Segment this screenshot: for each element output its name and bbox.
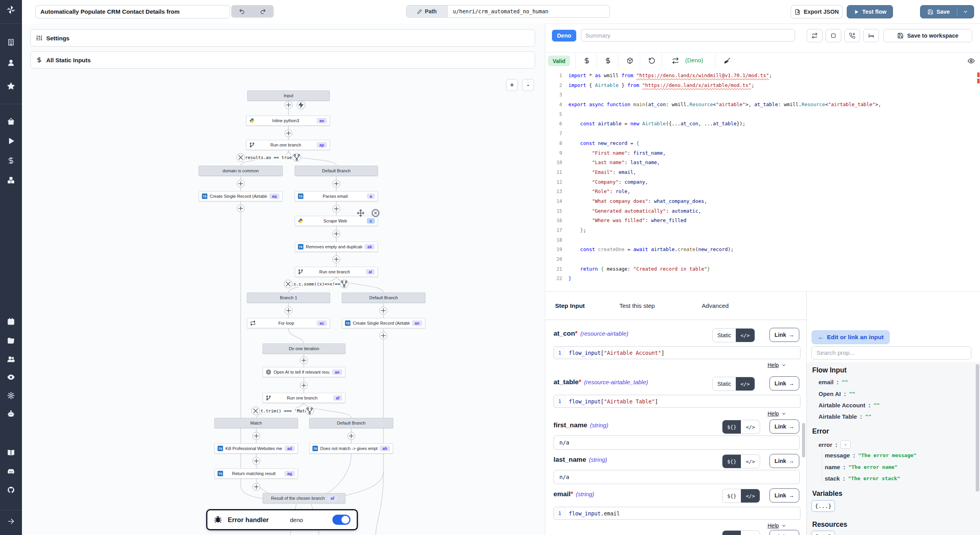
code-editor[interactable]: 1import * as wmill from "https://deno.la… — [546, 69, 980, 293]
add-step-icon[interactable] — [285, 101, 292, 109]
branch-split-icon[interactable] — [292, 153, 301, 162]
close-node-icon[interactable] — [371, 209, 380, 217]
code-mode-option[interactable]: </> — [741, 489, 759, 502]
sidebar-item-home-icon[interactable] — [7, 117, 15, 125]
stop-button[interactable] — [826, 29, 841, 42]
flow-node[interactable]: TSCreate Single Record (Airtable)an — [342, 318, 425, 328]
prop-entry-stack[interactable]: stack:"The error stack" — [825, 475, 900, 482]
save-to-workspace-button[interactable]: Save to workspace — [884, 29, 972, 42]
sidebar-item-dollar-icon[interactable] — [7, 157, 15, 164]
object-chip[interactable]: {...} — [811, 531, 835, 535]
help-link[interactable]: Help — [768, 410, 786, 417]
input-mode-toggle[interactable]: ${}</> — [722, 454, 760, 468]
input-mode-toggle[interactable]: ${}</> — [722, 530, 760, 535]
help-link[interactable]: Help — [768, 362, 786, 368]
add-step-icon[interactable] — [252, 483, 260, 491]
flow-node[interactable]: Run one branchal — [295, 267, 378, 277]
collapse-button[interactable]: - — [840, 440, 851, 449]
language-badge[interactable]: Deno — [552, 30, 576, 42]
code-mode-option[interactable]: </> — [741, 420, 759, 434]
prop-entry-error[interactable]: error:- — [818, 440, 851, 449]
add-step-icon[interactable] — [379, 332, 387, 340]
format-broom-icon[interactable] — [724, 57, 731, 64]
code-line[interactable]: 20 — [546, 255, 980, 264]
code-line[interactable]: 3 — [546, 90, 980, 100]
zoom-in-button[interactable]: + — [506, 79, 518, 91]
save-dropdown-button[interactable] — [957, 9, 974, 14]
flow-node[interactable]: Default Branch — [295, 166, 378, 176]
code-line[interactable]: 14 "What company does": what_company_doe… — [546, 197, 980, 206]
code-line[interactable]: 17 }; — [546, 226, 980, 235]
save-button[interactable]: Save — [920, 9, 957, 15]
prop-entry-email[interactable]: email:"" — [818, 379, 848, 385]
sidebar-item-user-icon[interactable] — [7, 59, 15, 67]
export-json-button[interactable]: Export JSON — [791, 5, 843, 18]
test-flow-button[interactable]: Test flow — [847, 5, 893, 18]
sidebar-item-bot-icon[interactable] — [7, 410, 15, 418]
sidebar-item-gear-icon[interactable] — [7, 392, 15, 399]
dollar-icon[interactable] — [583, 57, 590, 64]
link-button[interactable]: Link→ — [769, 454, 799, 468]
props-scrollbar[interactable] — [976, 364, 979, 492]
summary-input[interactable] — [581, 29, 795, 42]
path-field[interactable]: Path u/henri/crm_automated_no_human — [406, 5, 610, 18]
input-mode-toggle[interactable]: ${}</> — [722, 420, 760, 434]
flow-node[interactable]: Match — [214, 418, 298, 428]
code-line[interactable]: 22} — [546, 274, 980, 284]
remove-branch-icon[interactable] — [236, 153, 245, 162]
code-mode-option[interactable]: </> — [741, 455, 759, 468]
prop-entry-name[interactable]: name:"The error name" — [825, 464, 897, 470]
edit-or-link-input-button[interactable]: ← Edit or link an input — [811, 330, 890, 344]
flow-node[interactable]: TSKill Professional Websites mentionsad — [214, 443, 298, 454]
tab-advanced[interactable]: Advanced — [702, 292, 729, 320]
sidebar-item-discord-icon[interactable] — [7, 468, 15, 475]
flow-node[interactable]: TSReturn matching resultag — [214, 468, 298, 479]
expression-editor[interactable]: 1flow_input.email — [554, 507, 800, 520]
value-input[interactable]: n/a — [554, 436, 800, 450]
code-line[interactable]: 6 const airtable = new Airtable({...at_c… — [546, 119, 980, 129]
code-line[interactable]: 18 — [546, 235, 980, 245]
code-line[interactable]: 10 "Last name": last_name, — [546, 158, 980, 168]
sidebar-item-star-icon[interactable] — [7, 82, 15, 90]
expression-editor[interactable]: 1flow_input["Airtable Table"] — [554, 395, 800, 408]
add-step-icon[interactable] — [332, 180, 340, 188]
sidebar-item-eye-icon[interactable] — [7, 373, 15, 381]
template-mode-option[interactable]: ${} — [722, 489, 741, 502]
static-mode-option[interactable]: Static — [713, 329, 736, 342]
prop-entry-Airtable Table[interactable]: Airtable Table:"" — [818, 413, 871, 420]
code-line[interactable]: 7 — [546, 129, 980, 139]
flow-node[interactable]: Run one branchaf — [263, 393, 345, 403]
search-prop-input[interactable] — [811, 346, 971, 360]
flow-static-inputs-row[interactable]: All Static Inputs — [30, 51, 535, 69]
bed-button[interactable] — [863, 29, 879, 42]
error-handler-toggle[interactable] — [332, 515, 350, 525]
windmill-logo-icon[interactable] — [6, 5, 16, 15]
code-mode-option[interactable]: </> — [736, 377, 754, 390]
add-step-icon[interactable] — [285, 129, 292, 137]
link-button[interactable]: Link→ — [769, 530, 799, 535]
assistant-refresh-icon[interactable] — [672, 57, 679, 64]
zoom-out-button[interactable]: - — [522, 79, 534, 91]
code-line[interactable]: 16 "Where was filled": where_filled — [546, 216, 980, 226]
error-handler-node[interactable]: Error handler deno — [206, 509, 358, 530]
add-step-icon[interactable] — [252, 432, 260, 440]
flow-node[interactable]: TSCreate Single Record (Airtable)aq — [199, 191, 283, 201]
package-icon[interactable] — [626, 57, 633, 64]
flow-node[interactable]: domain is common — [199, 166, 283, 176]
remove-branch-icon[interactable] — [284, 280, 292, 288]
code-line[interactable]: 2import { Airtable } from "https://deno.… — [546, 81, 980, 90]
link-button[interactable]: Link→ — [769, 376, 799, 390]
tab-step-input[interactable]: Step Input — [555, 292, 585, 321]
sidebar-item-folder-icon[interactable] — [7, 337, 15, 345]
add-step-icon[interactable] — [379, 307, 387, 314]
add-step-icon[interactable] — [332, 230, 340, 238]
sidebar-item-book-icon[interactable] — [7, 449, 15, 457]
flow-node[interactable]: Run one branchap — [246, 140, 330, 150]
pane-divider[interactable] — [545, 23, 545, 535]
branch-split-icon[interactable] — [340, 280, 348, 288]
code-line[interactable]: 19 const createOne = await airtable.crea… — [546, 245, 980, 255]
add-step-icon[interactable] — [237, 180, 245, 188]
flow-node[interactable]: Inline python3ao — [246, 116, 330, 126]
prop-entry-message[interactable]: message:"The error message" — [825, 452, 916, 459]
sidebar-item-github-icon[interactable] — [7, 486, 15, 494]
